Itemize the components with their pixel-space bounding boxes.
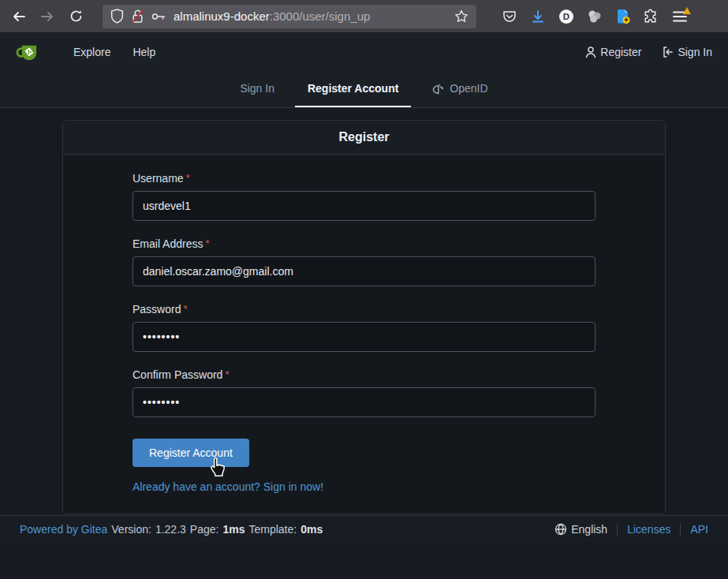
- nav-signin-link[interactable]: Sign In: [662, 46, 712, 58]
- required-marker: *: [205, 237, 209, 249]
- footer-right: English Licenses API: [554, 523, 708, 536]
- tab-sign-in[interactable]: Sign In: [227, 71, 287, 107]
- language-label: English: [571, 523, 607, 536]
- menu-hamburger-icon[interactable]: [667, 5, 692, 28]
- gitea-logo[interactable]: [16, 40, 40, 65]
- confirm-password-label: Confirm Password*: [133, 368, 595, 381]
- language-selector[interactable]: English: [554, 523, 617, 536]
- tab-openid-label: OpenID: [450, 82, 487, 95]
- reload-button[interactable]: [63, 5, 88, 28]
- url-text[interactable]: almalinux9-docker:3000/user/sign_up: [174, 9, 447, 23]
- navbar-right: Register Sign In: [584, 46, 712, 58]
- required-marker: *: [183, 303, 187, 315]
- update-warning-badge: [683, 7, 691, 14]
- back-arrow-icon: [12, 9, 26, 24]
- site-footer: Powered by Gitea Version: 1.22.3 Page: 1…: [0, 515, 728, 542]
- person-icon: [584, 46, 597, 58]
- document-saver-icon[interactable]: [610, 5, 635, 28]
- extensions-puzzle-icon[interactable]: [639, 5, 663, 28]
- gitea-navbar: Explore Help Register Sign In: [0, 33, 728, 71]
- licenses-link[interactable]: Licenses: [618, 523, 680, 536]
- footer-template-label: Template:: [248, 523, 297, 536]
- required-marker: *: [225, 368, 229, 380]
- footer-template-time: 0ms: [301, 523, 323, 536]
- api-link[interactable]: API: [681, 523, 708, 536]
- nav-register-label: Register: [600, 46, 641, 58]
- toolbar-extensions: D: [497, 5, 692, 28]
- url-host: almalinux9-docker: [174, 9, 270, 23]
- confirm-password-field-group: Confirm Password*: [133, 368, 595, 417]
- nav-item-explore[interactable]: Explore: [62, 46, 121, 58]
- tab-register-account-label: Register Account: [308, 82, 398, 95]
- footer-page-time: 1ms: [222, 523, 245, 536]
- email-input[interactable]: [133, 256, 595, 286]
- extension-blobs-icon[interactable]: [582, 5, 607, 28]
- reload-icon: [69, 9, 83, 23]
- footer-page-label: Page:: [190, 523, 219, 536]
- url-path: :3000/user/sign_up: [270, 9, 371, 23]
- tab-sign-in-label: Sign In: [240, 82, 274, 95]
- insecure-lock-icon[interactable]: [131, 9, 144, 24]
- already-have-account-link[interactable]: Already have an account? Sign in now!: [133, 480, 595, 493]
- panel-title: Register: [63, 121, 665, 155]
- nav-register-link[interactable]: Register: [584, 46, 641, 58]
- svg-text:D: D: [562, 12, 569, 21]
- back-button[interactable]: [6, 5, 32, 28]
- email-field-group: Email Address*: [133, 237, 595, 286]
- shield-icon[interactable]: [110, 9, 124, 24]
- page-body: Register Username* Email Address* Passwo…: [0, 108, 728, 515]
- username-label: Username*: [133, 172, 595, 185]
- key-icon: [151, 12, 166, 21]
- pocket-icon[interactable]: [497, 5, 521, 28]
- tab-register-account[interactable]: Register Account: [295, 71, 411, 107]
- dark-reader-icon[interactable]: D: [554, 5, 578, 28]
- password-input[interactable]: [133, 322, 595, 352]
- confirm-password-input[interactable]: [133, 387, 595, 417]
- forward-arrow-icon: [40, 9, 54, 24]
- downloads-icon[interactable]: [525, 5, 550, 28]
- bookmark-star-icon[interactable]: [454, 9, 469, 24]
- email-label: Email Address*: [133, 237, 595, 250]
- forward-button[interactable]: [35, 5, 60, 28]
- footer-left: Powered by Gitea Version: 1.22.3 Page: 1…: [20, 523, 323, 536]
- register-account-button[interactable]: Register Account: [133, 439, 249, 467]
- username-field-group: Username*: [133, 172, 595, 221]
- register-form: Username* Email Address* Password* Confi…: [63, 155, 665, 514]
- register-panel: Register Username* Email Address* Passwo…: [62, 120, 666, 514]
- submit-row: Register Account: [133, 439, 249, 467]
- openid-icon: [431, 82, 445, 95]
- auth-tab-bar: Sign In Register Account OpenID: [0, 71, 728, 108]
- nav-item-help[interactable]: Help: [121, 46, 166, 58]
- globe-icon: [554, 523, 567, 536]
- tab-openid[interactable]: OpenID: [419, 71, 500, 107]
- password-label: Password*: [133, 303, 595, 316]
- url-bar[interactable]: almalinux9-docker:3000/user/sign_up: [103, 5, 476, 28]
- footer-version-value: 1.22.3: [155, 523, 186, 536]
- powered-by-gitea-link[interactable]: Powered by Gitea: [20, 523, 107, 536]
- required-marker: *: [186, 172, 190, 184]
- password-field-group: Password*: [133, 303, 595, 352]
- sign-in-icon: [662, 46, 674, 58]
- browser-toolbar: almalinux9-docker:3000/user/sign_up D: [0, 0, 728, 33]
- footer-version-label: Version:: [111, 523, 151, 536]
- nav-signin-label: Sign In: [678, 46, 712, 58]
- username-input[interactable]: [133, 191, 595, 221]
